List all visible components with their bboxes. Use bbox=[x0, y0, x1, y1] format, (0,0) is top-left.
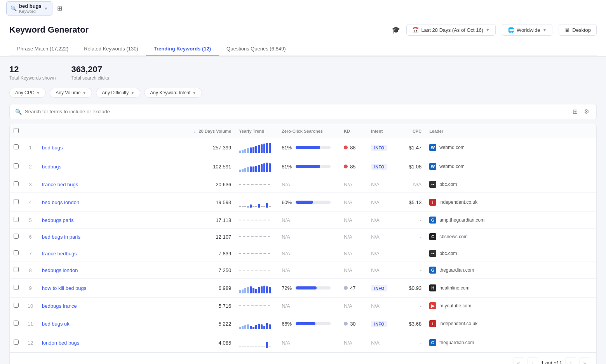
filter-btn-2[interactable]: Any Difficulty▼ bbox=[96, 88, 140, 98]
device-filter-btn[interactable]: 🖥 Desktop bbox=[559, 24, 597, 36]
next-page-btn[interactable]: › bbox=[565, 357, 576, 364]
th-kd: KD bbox=[340, 124, 367, 138]
row-checkbox-4[interactable] bbox=[14, 199, 19, 204]
keyword-link[interactable]: bed bugs bbox=[42, 145, 63, 151]
row-num: 10 bbox=[23, 298, 38, 314]
trend-cell bbox=[235, 262, 278, 279]
volume-cell: 19,593 bbox=[190, 193, 235, 212]
leader-cell: Hhealthline.com bbox=[425, 279, 596, 298]
kd-na: N/A bbox=[344, 340, 352, 346]
zcs-cell: 72% bbox=[278, 279, 340, 298]
th-leader: Leader bbox=[425, 124, 596, 138]
row-checkbox-9[interactable] bbox=[14, 285, 19, 290]
page-title: Keyword Generator bbox=[9, 25, 89, 35]
keyword-link[interactable]: bedbugs france bbox=[42, 303, 77, 309]
intent-na: N/A bbox=[371, 303, 380, 309]
table-row: 4bed bugs london19,59360%N/AN/A$5.13iind… bbox=[10, 193, 596, 212]
keyword-link[interactable]: bedbugs bbox=[42, 164, 61, 170]
pagination: « ‹ 1 out of 1 › » bbox=[10, 352, 596, 364]
intent-badge: INFO bbox=[371, 164, 387, 170]
kd-dot bbox=[344, 286, 348, 290]
keyword-link[interactable]: how to kill bed bugs bbox=[42, 285, 86, 291]
kd-na: N/A bbox=[344, 303, 352, 309]
leader-favicon: G bbox=[429, 339, 436, 346]
row-checkbox-1[interactable] bbox=[14, 144, 19, 149]
page-info: 1 out of 1 bbox=[541, 360, 562, 364]
intent-cell: N/A bbox=[367, 229, 398, 245]
tab-2[interactable]: Trending Keywords (12) bbox=[146, 42, 219, 56]
tab-0[interactable]: Phrase Match (17,222) bbox=[9, 42, 76, 56]
zcs-pct: 72% bbox=[282, 285, 293, 291]
info-icon[interactable]: 🎓 bbox=[392, 26, 400, 34]
leader-favicon: H bbox=[429, 284, 436, 291]
intent-badge: INFO bbox=[371, 145, 387, 151]
th-checkbox bbox=[10, 124, 23, 138]
location-filter-btn[interactable]: 🌐 Worldwide ▼ bbox=[502, 24, 552, 36]
volume-cell: 102,591 bbox=[190, 157, 235, 176]
row-checkbox-12[interactable] bbox=[14, 340, 19, 345]
keyword-link[interactable]: bed bugs london bbox=[42, 199, 79, 205]
last-page-btn[interactable]: » bbox=[579, 357, 590, 364]
volume-cell: 7,250 bbox=[190, 262, 235, 279]
settings-icon[interactable]: ⚙ bbox=[582, 107, 591, 116]
leader-cell: Wwebmd.com bbox=[425, 157, 596, 176]
top-bar: 🔍 bed bugs Keyword ▼ ⊞ bbox=[0, 0, 606, 17]
keyword-link[interactable]: france bed bugs bbox=[42, 182, 78, 187]
row-num: 7 bbox=[23, 245, 38, 262]
keyword-link[interactable]: bed bugs uk bbox=[42, 321, 70, 327]
filter-btn-3[interactable]: Any Keyword Intent▼ bbox=[144, 88, 202, 98]
row-num: 12 bbox=[23, 333, 38, 352]
row-checkbox-8[interactable] bbox=[14, 267, 19, 272]
zcs-progress bbox=[296, 286, 331, 289]
row-checkbox-10[interactable] bbox=[14, 303, 19, 308]
cpc-cell: $1.08 bbox=[398, 157, 425, 176]
leader-cell: ▶m.youtube.com bbox=[425, 298, 596, 314]
row-checkbox-11[interactable] bbox=[14, 321, 19, 326]
cpc-cell: - bbox=[398, 298, 425, 314]
leader-favicon: ▪▪ bbox=[429, 250, 436, 257]
keyword-badge[interactable]: 🔍 bed bugs Keyword ▼ bbox=[6, 1, 52, 16]
leader-favicon: i bbox=[429, 199, 436, 206]
first-page-btn[interactable]: « bbox=[513, 357, 524, 364]
zcs-cell: N/A bbox=[278, 262, 340, 279]
intent-na: N/A bbox=[371, 182, 380, 187]
keyword-link[interactable]: bed bugs in paris bbox=[42, 234, 80, 240]
intent-cell: INFO bbox=[367, 314, 398, 333]
th-volume[interactable]: ↓ 28 Days Volume bbox=[190, 124, 235, 138]
filter-btn-1[interactable]: Any Volume▼ bbox=[50, 88, 92, 98]
intent-cell: N/A bbox=[367, 176, 398, 193]
volume-cell: 257,399 bbox=[190, 138, 235, 157]
keyword-link[interactable]: bedbugs paris bbox=[42, 217, 74, 223]
tab-1[interactable]: Related Keywords (130) bbox=[76, 42, 146, 56]
cpc-cell: $0.93 bbox=[398, 279, 425, 298]
leader-cell: Ccbsnews.com bbox=[425, 229, 596, 245]
row-checkbox-5[interactable] bbox=[14, 217, 19, 222]
monitor-icon[interactable]: ⊞ bbox=[57, 5, 62, 12]
zcs-na: N/A bbox=[282, 303, 290, 309]
date-filter-btn[interactable]: 📅 Last 28 Days (As of Oct 16) ▼ bbox=[406, 24, 496, 36]
table-row: 8bedbugs london7,250N/AN/AN/A-Gtheguardi… bbox=[10, 262, 596, 279]
row-checkbox-2[interactable] bbox=[14, 163, 19, 168]
prev-page-btn[interactable]: ‹ bbox=[527, 357, 538, 364]
leader-favicon: W bbox=[429, 163, 436, 170]
row-checkbox-6[interactable] bbox=[14, 234, 19, 239]
keyword-link[interactable]: bedbugs london bbox=[42, 267, 78, 273]
leader-favicon: C bbox=[429, 233, 436, 240]
filter-label-3: Any Keyword Intent bbox=[150, 90, 190, 95]
tab-3[interactable]: Questions Queries (6,849) bbox=[219, 42, 293, 56]
keyword-link[interactable]: london bed bugs bbox=[42, 340, 79, 346]
search-input[interactable] bbox=[25, 109, 568, 114]
leader-cell: ▪▪bbc.com bbox=[425, 245, 596, 262]
th-zcs: Zero-Click Searches bbox=[278, 124, 340, 138]
current-page: 1 bbox=[541, 360, 544, 364]
table-row: 1bed bugs257,39981%88INFO$1.47Wwebmd.com bbox=[10, 138, 596, 157]
row-checkbox-3[interactable] bbox=[14, 181, 19, 186]
filter-btn-0[interactable]: Any CPC▼ bbox=[9, 88, 46, 98]
select-all-checkbox[interactable] bbox=[14, 128, 19, 133]
trend-cell bbox=[235, 138, 278, 157]
cpc-cell: $3.68 bbox=[398, 314, 425, 333]
keyword-link[interactable]: france bedbugs bbox=[42, 251, 77, 257]
kd-cell: 88 bbox=[340, 138, 367, 157]
export-icon[interactable]: ⊞ bbox=[571, 107, 579, 116]
row-checkbox-7[interactable] bbox=[14, 250, 19, 255]
